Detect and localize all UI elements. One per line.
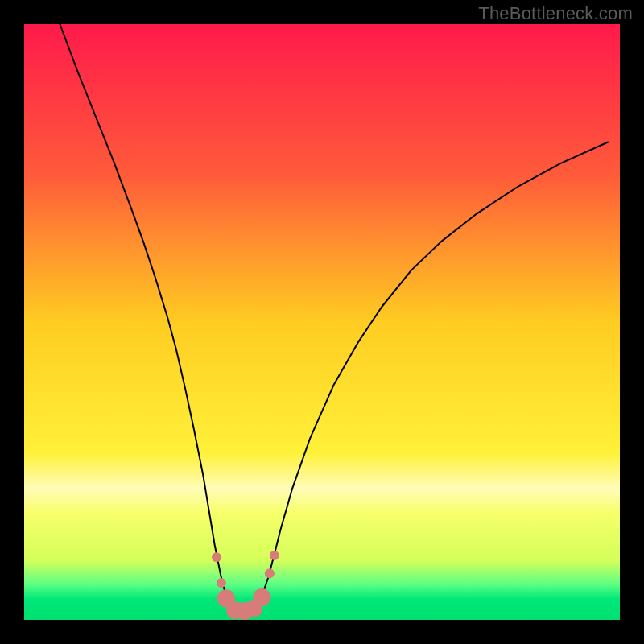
chart-svg xyxy=(24,24,620,620)
watermark-text: TheBottleneck.com xyxy=(478,3,633,24)
chart-area xyxy=(24,24,620,620)
marker-point xyxy=(265,568,275,578)
marker-point xyxy=(253,588,270,606)
marker-point xyxy=(212,552,221,562)
outer-frame: TheBottleneck.com xyxy=(0,0,644,644)
marker-point xyxy=(270,551,279,560)
gradient-background xyxy=(24,24,620,620)
marker-point xyxy=(217,578,226,588)
